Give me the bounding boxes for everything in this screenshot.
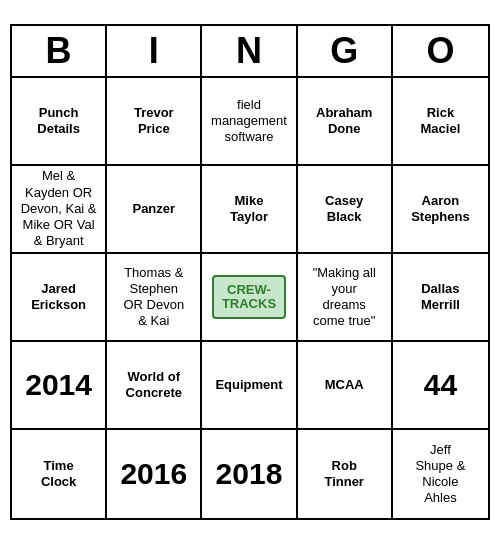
bingo-cell-r2c3: MikeTaylor <box>202 166 297 254</box>
cell-text: AaronStephens <box>411 193 470 226</box>
header-letter-g: G <box>298 26 393 76</box>
bingo-cell-r3c2: Thomas &StephenOR Devon& Kai <box>107 254 202 342</box>
bingo-cell-r1c1: PunchDetails <box>12 78 107 166</box>
bingo-cell-r2c1: Mel &Kayden ORDevon, Kai &Mike OR Val& B… <box>12 166 107 254</box>
bingo-header: BINGO <box>12 26 488 78</box>
cell-number: 44 <box>424 367 457 403</box>
bingo-cell-r5c4: RobTinner <box>298 430 393 518</box>
bingo-cell-r2c5: AaronStephens <box>393 166 488 254</box>
bingo-cell-r5c3: 2018 <box>202 430 297 518</box>
bingo-cell-r5c5: JeffShupe &NicoleAhles <box>393 430 488 518</box>
cell-text: RobTinner <box>324 458 364 491</box>
bingo-cell-r4c1: 2014 <box>12 342 107 430</box>
cell-text: MCAA <box>325 377 364 393</box>
bingo-cell-r3c1: JaredErickson <box>12 254 107 342</box>
bingo-cell-r3c4: "Making allyourdreamscome true" <box>298 254 393 342</box>
bingo-cell-r1c5: RickMaciel <box>393 78 488 166</box>
header-letter-b: B <box>12 26 107 76</box>
cell-text: MikeTaylor <box>230 193 268 226</box>
cell-text: JaredErickson <box>31 281 86 314</box>
cell-text: TrevorPrice <box>134 105 174 138</box>
bingo-cell-r4c2: World ofConcrete <box>107 342 202 430</box>
bingo-cell-r2c2: Panzer <box>107 166 202 254</box>
crew-tracks-logo: CREW-TRACKS <box>212 275 286 320</box>
cell-text: JeffShupe &NicoleAhles <box>415 442 465 507</box>
cell-text: TimeClock <box>41 458 76 491</box>
bingo-cell-r4c3: Equipment <box>202 342 297 430</box>
header-letter-o: O <box>393 26 488 76</box>
cell-number: 2018 <box>216 456 283 492</box>
cell-text: "Making allyourdreamscome true" <box>313 265 376 330</box>
header-letter-i: I <box>107 26 202 76</box>
bingo-cell-r1c4: AbrahamDone <box>298 78 393 166</box>
cell-text: CaseyBlack <box>325 193 363 226</box>
cell-text: Mel &Kayden ORDevon, Kai &Mike OR Val& B… <box>21 168 97 249</box>
bingo-cell-r1c3: field management software <box>202 78 297 166</box>
cell-number: 2014 <box>25 367 92 403</box>
cell-text: Thomas &StephenOR Devon& Kai <box>123 265 184 330</box>
bingo-cell-r4c5: 44 <box>393 342 488 430</box>
bingo-grid: PunchDetailsTrevorPricefield management … <box>12 78 488 518</box>
bingo-cell-r5c1: TimeClock <box>12 430 107 518</box>
cell-text: Equipment <box>215 377 282 393</box>
cell-text: World ofConcrete <box>126 369 182 402</box>
bingo-cell-r1c2: TrevorPrice <box>107 78 202 166</box>
bingo-card: BINGO PunchDetailsTrevorPricefield manag… <box>10 24 490 520</box>
header-letter-n: N <box>202 26 297 76</box>
bingo-cell-r2c4: CaseyBlack <box>298 166 393 254</box>
cell-text: AbrahamDone <box>316 105 372 138</box>
bingo-cell-r5c2: 2016 <box>107 430 202 518</box>
cell-text: Panzer <box>132 201 175 217</box>
cell-text: RickMaciel <box>421 105 461 138</box>
bingo-cell-r3c5: DallasMerrill <box>393 254 488 342</box>
cell-number: 2016 <box>120 456 187 492</box>
bingo-cell-r4c4: MCAA <box>298 342 393 430</box>
cell-text: PunchDetails <box>37 105 80 138</box>
cell-text: field management software <box>206 97 291 146</box>
bingo-cell-r3c3: CREW-TRACKS <box>202 254 297 342</box>
cell-text: DallasMerrill <box>421 281 460 314</box>
